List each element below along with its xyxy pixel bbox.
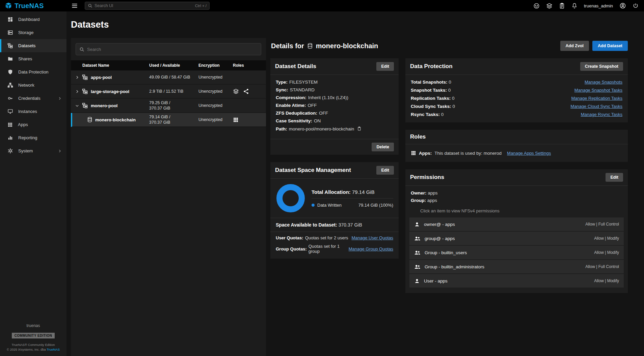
avatar-icon [619,2,626,9]
layers-icon [546,3,553,9]
storage-icon [7,30,13,35]
total-snapshots-row: Total Snapshots: 0 Manage Snapshots [411,80,622,85]
permission-item-builtin-administrators[interactable]: Group - builtin_administrators Allow | F… [409,260,624,273]
jobs-button[interactable] [559,3,565,9]
table-row-large-storage-pool[interactable]: large-storage-pool 2.9 TiB / 11.52 TiB U… [71,85,266,99]
chevron-right-icon[interactable] [75,89,79,94]
apps-grid-icon [411,150,416,156]
sidebar-item-label: Network [18,83,34,88]
manage-snapshot-tasks-link[interactable]: Manage Snapshot Tasks [574,88,622,93]
global-search-input[interactable] [95,3,193,8]
card-title: Roles [410,134,426,140]
delete-dataset-button[interactable]: Delete [372,143,394,151]
dataset-search[interactable] [76,43,261,55]
dataset-tree-panel: Dataset Name Used / Available Encryption… [71,38,266,356]
legend-data-written: Data Written 79.14 GiB (100%) [312,203,393,208]
shield-icon [7,69,13,75]
power-button[interactable] [633,3,639,9]
manage-apps-settings-link[interactable]: Manage Apps Settings [507,151,551,156]
permission-item-user-apps[interactable]: User - apps Allow | Modify [409,274,624,288]
add-zvol-button[interactable]: Add Zvol [560,41,589,51]
group-icon [414,250,421,256]
account-button[interactable] [619,2,626,9]
brand[interactable]: TrueNAS [0,2,66,10]
key-icon [7,95,13,101]
footer-truenas-link[interactable]: TrueNAS [47,348,60,351]
sidebar-item-instances[interactable]: Instances [0,105,66,118]
permission-item-owner[interactable]: owner@ - apps Allow | Full Control [409,217,624,231]
sidebar-item-datasets[interactable]: Datasets [0,39,66,52]
table-header: Dataset Name Used / Available Encryption… [71,60,266,70]
dataset-name: apps-pool [91,75,112,80]
copy-path-icon[interactable] [357,126,362,131]
bar-chart-icon [7,135,13,141]
app-window: TrueNAS Ctrl + / [0,0,644,356]
search-shortcut-hint: Ctrl + / [195,4,207,8]
sidebar-item-shares[interactable]: Shares [0,52,66,65]
sidebar-footer: truenas COMMUNITY EDITION TrueNAS® Commu… [0,323,66,356]
table-row-monero-pool[interactable]: monero-pool 79.25 GiB / 370.37 GiB Unenc… [71,99,266,113]
main-content: Datasets Dataset Name Used / Available E… [66,11,644,356]
checkin-button[interactable] [546,3,553,9]
encryption-status: Unencrypted [198,89,233,94]
dataset-search-input[interactable] [87,47,258,52]
truenas-logo-icon [5,2,12,9]
card-title: Dataset Space Management [275,167,351,174]
create-snapshot-button[interactable]: Create Snapshot [580,62,623,71]
topbar: TrueNAS Ctrl + / [0,0,644,11]
topbar-actions: truenas_admin [533,2,644,9]
apps-grid-icon [7,122,13,127]
gear-icon [7,148,13,154]
divider [270,232,399,232]
edit-permissions-button[interactable]: Edit [606,173,623,182]
field-case-sensitivity: Case Sensitivity:ON [276,118,393,123]
sidebar-item-label: Dashboard [18,17,40,22]
sidebar: Dashboard Storage Datasets Shares Data P… [0,11,66,356]
sidebar-item-data-protection[interactable]: Data Protection [0,65,66,79]
cloud-sync-tasks-row: Cloud Sync Tasks: 0 Manage Cloud Sync Ta… [411,104,622,109]
sidebar-item-reporting[interactable]: Reporting [0,131,66,144]
sidebar-item-credentials[interactable]: Credentials [0,92,66,105]
sidebar-item-label: Instances [18,109,37,114]
network-icon [7,82,13,88]
table-row-monero-blockchain[interactable]: monero-blockchain 79.14 GiB / 370.37 GiB… [71,113,266,127]
sidebar-item-label: Datasets [18,43,35,48]
menu-toggle-button[interactable] [71,2,78,9]
manage-rsync-tasks-link[interactable]: Manage Rsync Tasks [581,112,622,117]
alerts-button[interactable] [571,3,578,9]
permission-item-builtin-users[interactable]: Group - builtin_users Allow | Modify [409,246,624,259]
edit-dataset-details-button[interactable]: Edit [376,62,394,71]
group-line: Group: apps [411,198,622,203]
space-management-card: Dataset Space Management Edit [270,162,399,259]
power-icon [633,3,639,9]
apps-role-icon [233,117,239,123]
search-icon [88,3,92,8]
database-icon [87,117,92,123]
chevron-down-icon[interactable] [75,103,79,108]
field-type: Type:FILESYSTEM [276,80,393,85]
sidebar-item-apps[interactable]: Apps [0,118,66,131]
apps-role-row: Apps: This dataset is used by: monerod M… [411,149,622,157]
manage-group-quotas-link[interactable]: Manage Group Quotas [349,246,393,251]
clipboard-icon [559,3,565,9]
global-search[interactable]: Ctrl + / [85,2,210,10]
add-dataset-button[interactable]: Add Dataset [592,41,628,51]
permissions-card: Permissions Edit Owner: apps Group: apps… [405,169,628,293]
manage-user-quotas-link[interactable]: Manage User Quotas [351,235,393,240]
monitor-icon [7,109,13,114]
sidebar-item-system[interactable]: System [0,144,66,157]
edit-space-button[interactable]: Edit [376,166,394,175]
sidebar-item-dashboard[interactable]: Dashboard [0,13,66,26]
manage-replication-tasks-link[interactable]: Manage Replication Tasks [571,96,622,101]
chevron-right-icon[interactable] [75,75,79,80]
sidebar-item-network[interactable]: Network [0,79,66,92]
field-sync: Sync:STANDARD [276,87,393,92]
feedback-button[interactable] [533,3,540,9]
manage-cloud-sync-tasks-link[interactable]: Manage Cloud Sync Tasks [570,104,622,109]
table-row-apps-pool[interactable]: apps-pool 49.09 GiB / 58.47 GiB Unencryp… [71,70,266,85]
group-icon [414,264,421,270]
sidebar-item-storage[interactable]: Storage [0,26,66,39]
snapshot-tasks-row: Snapshot Tasks: 0 Manage Snapshot Tasks [411,88,622,93]
permission-item-group[interactable]: group@ - apps Allow | Modify [409,232,624,245]
manage-snapshots-link[interactable]: Manage Snapshots [585,80,622,85]
